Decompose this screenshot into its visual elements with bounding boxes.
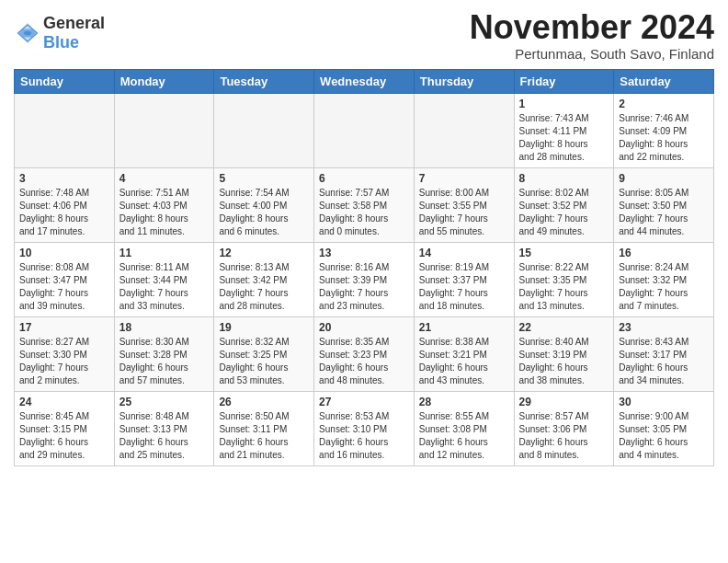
- day-number: 17: [19, 321, 109, 334]
- calendar-cell-w1-d4: [314, 93, 415, 167]
- week-row-5: 24Sunrise: 8:45 AM Sunset: 3:15 PM Dayli…: [15, 391, 714, 465]
- calendar-cell-w3-d2: 11Sunrise: 8:11 AM Sunset: 3:44 PM Dayli…: [114, 242, 214, 316]
- day-number: 18: [119, 321, 210, 334]
- calendar-cell-w5-d7: 30Sunrise: 9:00 AM Sunset: 3:05 PM Dayli…: [614, 391, 714, 465]
- day-info: Sunrise: 8:13 AM Sunset: 3:42 PM Dayligh…: [219, 261, 309, 313]
- calendar-cell-w5-d4: 27Sunrise: 8:53 AM Sunset: 3:10 PM Dayli…: [314, 391, 415, 465]
- page-container: General Blue November 2024 Pertunmaa, So…: [0, 0, 728, 471]
- calendar-cell-w4-d3: 19Sunrise: 8:32 AM Sunset: 3:25 PM Dayli…: [214, 316, 314, 391]
- day-number: 13: [319, 247, 409, 259]
- day-number: 9: [619, 172, 709, 185]
- day-number: 26: [219, 396, 309, 408]
- day-info: Sunrise: 8:30 AM Sunset: 3:28 PM Dayligh…: [119, 336, 210, 387]
- calendar-cell-w2-d1: 3Sunrise: 7:48 AM Sunset: 4:06 PM Daylig…: [15, 167, 115, 242]
- calendar-cell-w5-d6: 29Sunrise: 8:57 AM Sunset: 3:06 PM Dayli…: [514, 391, 614, 465]
- title-area: November 2024 Pertunmaa, South Savo, Fin…: [470, 9, 714, 62]
- col-wednesday: Wednesday: [314, 69, 415, 93]
- calendar-cell-w1-d1: [15, 93, 115, 167]
- day-info: Sunrise: 8:02 AM Sunset: 3:52 PM Dayligh…: [519, 187, 609, 238]
- calendar-cell-w2-d5: 7Sunrise: 8:00 AM Sunset: 3:55 PM Daylig…: [414, 167, 514, 242]
- day-number: 19: [219, 321, 309, 334]
- day-info: Sunrise: 8:32 AM Sunset: 3:25 PM Dayligh…: [219, 336, 309, 387]
- logo-text: General Blue: [43, 14, 105, 52]
- day-info: Sunrise: 8:40 AM Sunset: 3:19 PM Dayligh…: [519, 336, 609, 387]
- day-number: 5: [219, 172, 309, 185]
- day-number: 10: [19, 247, 109, 259]
- day-info: Sunrise: 8:22 AM Sunset: 3:35 PM Dayligh…: [519, 261, 609, 313]
- day-number: 16: [619, 247, 709, 259]
- calendar-cell-w4-d1: 17Sunrise: 8:27 AM Sunset: 3:30 PM Dayli…: [15, 316, 115, 391]
- day-info: Sunrise: 8:08 AM Sunset: 3:47 PM Dayligh…: [19, 261, 109, 313]
- day-number: 14: [419, 247, 509, 259]
- day-number: 29: [519, 396, 609, 408]
- day-number: 21: [419, 321, 509, 334]
- week-row-4: 17Sunrise: 8:27 AM Sunset: 3:30 PM Dayli…: [15, 316, 714, 391]
- day-number: 23: [619, 321, 709, 334]
- day-number: 27: [319, 396, 409, 408]
- calendar-cell-w2-d6: 8Sunrise: 8:02 AM Sunset: 3:52 PM Daylig…: [514, 167, 614, 242]
- day-number: 20: [319, 321, 409, 334]
- calendar-cell-w4-d4: 20Sunrise: 8:35 AM Sunset: 3:23 PM Dayli…: [314, 316, 415, 391]
- day-info: Sunrise: 8:43 AM Sunset: 3:17 PM Dayligh…: [619, 336, 709, 387]
- calendar-cell-w4-d5: 21Sunrise: 8:38 AM Sunset: 3:21 PM Dayli…: [414, 316, 514, 391]
- day-info: Sunrise: 8:48 AM Sunset: 3:13 PM Dayligh…: [119, 410, 210, 462]
- day-info: Sunrise: 8:24 AM Sunset: 3:32 PM Dayligh…: [619, 261, 709, 313]
- logo: General Blue: [14, 14, 105, 52]
- col-sunday: Sunday: [15, 69, 115, 93]
- calendar-cell-w2-d7: 9Sunrise: 8:05 AM Sunset: 3:50 PM Daylig…: [614, 167, 714, 242]
- calendar-cell-w5-d2: 25Sunrise: 8:48 AM Sunset: 3:13 PM Dayli…: [114, 391, 214, 465]
- calendar-cell-w4-d6: 22Sunrise: 8:40 AM Sunset: 3:19 PM Dayli…: [514, 316, 614, 391]
- calendar-cell-w2-d3: 5Sunrise: 7:54 AM Sunset: 4:00 PM Daylig…: [214, 167, 314, 242]
- day-info: Sunrise: 8:50 AM Sunset: 3:11 PM Dayligh…: [219, 410, 309, 462]
- calendar-cell-w1-d6: 1Sunrise: 7:43 AM Sunset: 4:11 PM Daylig…: [514, 93, 614, 167]
- day-number: 6: [319, 172, 409, 185]
- col-saturday: Saturday: [614, 69, 714, 93]
- col-monday: Monday: [114, 69, 214, 93]
- day-number: 24: [19, 396, 109, 408]
- calendar-cell-w3-d6: 15Sunrise: 8:22 AM Sunset: 3:35 PM Dayli…: [514, 242, 614, 316]
- day-info: Sunrise: 7:57 AM Sunset: 3:58 PM Dayligh…: [319, 187, 409, 238]
- day-info: Sunrise: 7:51 AM Sunset: 4:03 PM Dayligh…: [119, 187, 210, 238]
- day-info: Sunrise: 8:05 AM Sunset: 3:50 PM Dayligh…: [619, 187, 709, 238]
- day-info: Sunrise: 8:38 AM Sunset: 3:21 PM Dayligh…: [419, 336, 509, 387]
- day-number: 12: [219, 247, 309, 259]
- day-info: Sunrise: 7:43 AM Sunset: 4:11 PM Dayligh…: [519, 112, 609, 164]
- day-number: 8: [519, 172, 609, 185]
- day-info: Sunrise: 8:11 AM Sunset: 3:44 PM Dayligh…: [119, 261, 210, 313]
- subtitle: Pertunmaa, South Savo, Finland: [470, 46, 714, 62]
- day-info: Sunrise: 8:55 AM Sunset: 3:08 PM Dayligh…: [419, 410, 509, 462]
- calendar-cell-w1-d2: [114, 93, 214, 167]
- calendar-cell-w5-d1: 24Sunrise: 8:45 AM Sunset: 3:15 PM Dayli…: [15, 391, 115, 465]
- col-thursday: Thursday: [414, 69, 514, 93]
- day-info: Sunrise: 7:48 AM Sunset: 4:06 PM Dayligh…: [19, 187, 109, 238]
- day-number: 15: [519, 247, 609, 259]
- calendar-cell-w1-d3: [214, 93, 314, 167]
- header: General Blue November 2024 Pertunmaa, So…: [14, 9, 714, 62]
- calendar-header-row: Sunday Monday Tuesday Wednesday Thursday…: [15, 69, 714, 93]
- day-info: Sunrise: 8:45 AM Sunset: 3:15 PM Dayligh…: [19, 410, 109, 462]
- calendar-cell-w3-d1: 10Sunrise: 8:08 AM Sunset: 3:47 PM Dayli…: [15, 242, 115, 316]
- day-number: 2: [619, 98, 709, 110]
- calendar-cell-w5-d3: 26Sunrise: 8:50 AM Sunset: 3:11 PM Dayli…: [214, 391, 314, 465]
- day-info: Sunrise: 8:27 AM Sunset: 3:30 PM Dayligh…: [19, 336, 109, 387]
- day-number: 7: [419, 172, 509, 185]
- calendar-cell-w1-d7: 2Sunrise: 7:46 AM Sunset: 4:09 PM Daylig…: [614, 93, 714, 167]
- calendar-cell-w1-d5: [414, 93, 514, 167]
- col-tuesday: Tuesday: [214, 69, 314, 93]
- day-number: 28: [419, 396, 509, 408]
- month-title: November 2024: [470, 9, 714, 46]
- day-info: Sunrise: 8:00 AM Sunset: 3:55 PM Dayligh…: [419, 187, 509, 238]
- calendar-cell-w3-d3: 12Sunrise: 8:13 AM Sunset: 3:42 PM Dayli…: [214, 242, 314, 316]
- day-info: Sunrise: 8:35 AM Sunset: 3:23 PM Dayligh…: [319, 336, 409, 387]
- week-row-2: 3Sunrise: 7:48 AM Sunset: 4:06 PM Daylig…: [15, 167, 714, 242]
- calendar-cell-w5-d5: 28Sunrise: 8:55 AM Sunset: 3:08 PM Dayli…: [414, 391, 514, 465]
- day-number: 3: [19, 172, 109, 185]
- calendar: Sunday Monday Tuesday Wednesday Thursday…: [14, 69, 714, 466]
- logo-icon: [14, 19, 41, 47]
- day-number: 30: [619, 396, 709, 408]
- calendar-cell-w2-d2: 4Sunrise: 7:51 AM Sunset: 4:03 PM Daylig…: [114, 167, 214, 242]
- calendar-cell-w3-d7: 16Sunrise: 8:24 AM Sunset: 3:32 PM Dayli…: [614, 242, 714, 316]
- calendar-cell-w4-d2: 18Sunrise: 8:30 AM Sunset: 3:28 PM Dayli…: [114, 316, 214, 391]
- day-info: Sunrise: 8:19 AM Sunset: 3:37 PM Dayligh…: [419, 261, 509, 313]
- day-info: Sunrise: 7:46 AM Sunset: 4:09 PM Dayligh…: [619, 112, 709, 164]
